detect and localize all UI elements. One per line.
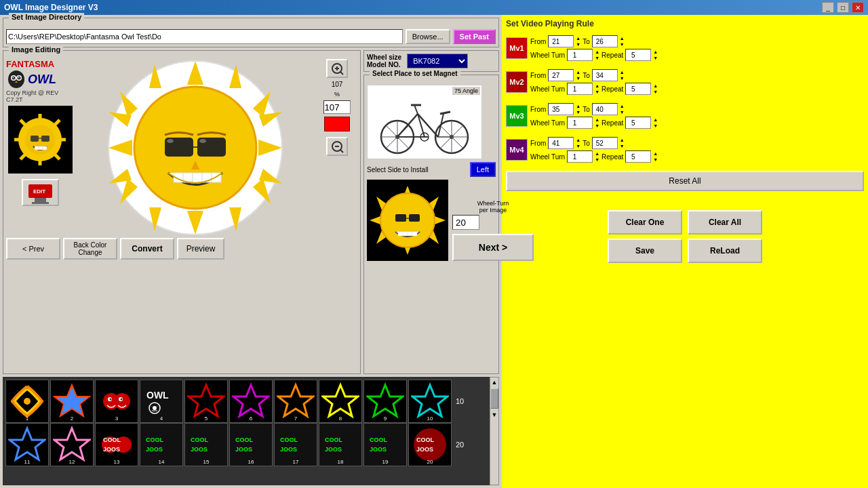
mv3-repeat-input[interactable] (625, 117, 651, 129)
mv1-wheel-input[interactable] (567, 49, 593, 61)
strip-item-16[interactable]: COOL JOOS 16 (229, 423, 273, 466)
set-past-button[interactable]: Set Past (453, 29, 496, 44)
mv1-repeat-up[interactable]: ▲ (653, 49, 658, 55)
bike-image-box[interactable]: 75 Angle (367, 85, 482, 159)
select-side-label: Select Side to Install (367, 166, 429, 174)
scroll-thumb[interactable] (490, 388, 498, 409)
mv3-to-input[interactable] (592, 103, 618, 115)
mv2-repeat-up[interactable]: ▲ (653, 83, 658, 89)
strip-item-8[interactable]: 8 (319, 380, 362, 423)
mv2-repeat-down[interactable]: ▼ (653, 89, 658, 95)
mv4-wheel-label: Wheel Turn (530, 153, 565, 161)
mv4-repeat-down[interactable]: ▼ (653, 157, 658, 163)
browse-button[interactable]: Browse... (406, 29, 450, 44)
preview-button[interactable]: Preview (177, 238, 224, 260)
close-button[interactable]: ✕ (852, 2, 864, 13)
edit-stamp-button[interactable]: EDIT (22, 179, 59, 206)
mv1-wheel-down[interactable]: ▼ (595, 55, 599, 61)
scrollbar[interactable]: ▲ ▼ (490, 377, 499, 485)
mv4-to-down[interactable]: ▼ (620, 143, 625, 149)
mv1-wheel-up[interactable]: ▲ (595, 49, 599, 55)
wheel-turn-input[interactable] (452, 215, 479, 230)
mv4-from-up[interactable]: ▲ (576, 137, 580, 143)
back-color-button[interactable]: Back Color Change (63, 238, 117, 260)
model-select[interactable]: BK7082 (407, 54, 468, 68)
clear-one-button[interactable]: Clear One (608, 210, 682, 235)
mv2-wheel-input[interactable] (567, 83, 593, 95)
image-content: FANTASMA (6, 59, 357, 235)
strip-item-17[interactable]: COOL JOOS 17 (274, 423, 317, 466)
mv4-to-input[interactable] (592, 137, 618, 149)
mv2-wheel-up[interactable]: ▲ (595, 83, 599, 89)
mv4-to-up[interactable]: ▲ (620, 137, 625, 143)
mv3-repeat-down[interactable]: ▼ (653, 123, 658, 129)
left-button[interactable]: Left (470, 162, 496, 177)
dir-input[interactable] (6, 29, 403, 44)
mv4-wheel-down[interactable]: ▼ (595, 157, 599, 163)
mv3-from-input[interactable] (548, 103, 574, 115)
strip-item-4[interactable]: OWL 4 (140, 380, 183, 423)
mv4-from-input[interactable] (548, 137, 574, 149)
mv2-wheel-down[interactable]: ▼ (595, 89, 599, 95)
scroll-up-arrow[interactable]: ▲ (490, 378, 499, 387)
strip-item-18[interactable]: COOL JOOS 18 (319, 423, 362, 466)
reset-all-button[interactable]: Reset All (506, 171, 864, 191)
next-button[interactable]: Next > (452, 234, 534, 261)
strip-item-5[interactable]: 5 (184, 380, 228, 423)
maximize-button[interactable]: □ (837, 2, 849, 13)
mv1-to-input[interactable] (592, 35, 618, 47)
mv1-to-up[interactable]: ▲ (620, 35, 625, 41)
strip-item-6[interactable]: 6 (229, 380, 273, 423)
strip-item-19[interactable]: COOL JOOS 19 (363, 423, 407, 466)
mv1-from-input[interactable] (548, 35, 574, 47)
strip-item-13[interactable]: COOL JOOS 13 (95, 423, 138, 466)
strip-item-14[interactable]: COOL JOOS 14 (140, 423, 183, 466)
mv3-wheel-down[interactable]: ▼ (595, 123, 599, 129)
mv3-from-up[interactable]: ▲ (576, 103, 580, 109)
mv2-repeat-input[interactable] (625, 83, 651, 95)
mv4-repeat-up[interactable]: ▲ (653, 150, 658, 157)
zoom-out-button[interactable] (326, 137, 348, 156)
mv2-to-down[interactable]: ▼ (620, 75, 625, 81)
mv3-to-down[interactable]: ▼ (620, 109, 625, 115)
convert-button[interactable]: Convert (120, 238, 174, 260)
mv3-wheel-up[interactable]: ▲ (595, 117, 599, 123)
strip-item-11[interactable]: 11 (5, 423, 49, 466)
mv2-from-input[interactable] (548, 69, 574, 81)
mv1-to-down[interactable]: ▼ (620, 41, 625, 47)
minimize-button[interactable]: _ (822, 2, 834, 13)
strip-item-2[interactable]: 2 (50, 380, 94, 423)
mv1-repeat-input[interactable] (625, 49, 651, 61)
mv1-from-down[interactable]: ▼ (576, 41, 580, 47)
mv3-repeat-up[interactable]: ▲ (653, 117, 658, 123)
mv3-from-down[interactable]: ▼ (576, 109, 580, 115)
mv4-repeat-input[interactable] (625, 150, 651, 163)
mv2-to-input[interactable] (592, 69, 618, 81)
mv4-wheel-up[interactable]: ▲ (595, 150, 599, 157)
strip-item-20[interactable]: COOL JOOS 20 (408, 423, 452, 466)
mv4-wheel-input[interactable] (567, 150, 593, 163)
scroll-down-arrow[interactable]: ▼ (490, 410, 499, 420)
percentage-input[interactable] (323, 100, 351, 114)
mv1-from-up[interactable]: ▲ (576, 35, 580, 41)
mv3-to-up[interactable]: ▲ (620, 103, 625, 109)
clear-all-button[interactable]: Clear All (688, 210, 762, 235)
zoom-in-button[interactable] (326, 59, 348, 78)
strip-item-3[interactable]: 3 (95, 380, 138, 423)
mv1-repeat-down[interactable]: ▼ (653, 55, 658, 61)
strip-item-15[interactable]: COOL JOOS 15 (184, 423, 228, 466)
strip-item-1[interactable]: 1 (5, 380, 49, 423)
prev-button[interactable]: < Prev (6, 238, 60, 260)
reload-button[interactable]: ReLoad (688, 239, 762, 263)
svg-line-15 (20, 120, 25, 125)
mv4-from-down[interactable]: ▼ (576, 143, 580, 149)
strip-item-10[interactable]: 10 (408, 380, 452, 423)
save-button[interactable]: Save (608, 239, 682, 263)
strip-item-7[interactable]: 7 (274, 380, 317, 423)
mv2-from-up[interactable]: ▲ (576, 69, 580, 75)
mv3-wheel-input[interactable] (567, 117, 593, 129)
strip-item-12[interactable]: 12 (50, 423, 94, 466)
mv2-from-down[interactable]: ▼ (576, 75, 580, 81)
strip-item-9[interactable]: 9 (363, 380, 407, 423)
mv2-to-up[interactable]: ▲ (620, 69, 625, 75)
